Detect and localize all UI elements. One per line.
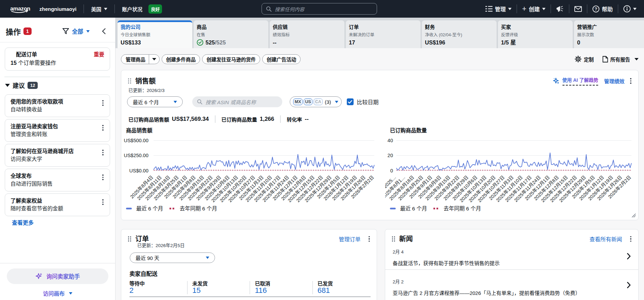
svg-text:?: ? (595, 6, 597, 12)
svg-text:最近 6 个月: 最近 6 个月 (136, 206, 163, 211)
svg-text:已订购商品数量: 已订购商品数量 (390, 127, 427, 133)
svg-text:40: 40 (388, 138, 393, 143)
svg-text:去年同期 6 个月: 去年同期 6 个月 (180, 206, 217, 211)
svg-text:20: 20 (388, 153, 393, 158)
svg-text:US$0.00: US$0.00 (129, 168, 148, 173)
svg-text:去年同期 6 个月: 去年同期 6 个月 (444, 206, 481, 211)
svg-text:US$500.00: US$500.00 (124, 138, 148, 143)
svg-text:最近 6 个月: 最近 6 个月 (400, 206, 427, 211)
svg-text:0: 0 (390, 168, 393, 173)
svg-text:商品销售额: 商品销售额 (126, 127, 153, 133)
svg-text:US$250.00: US$250.00 (124, 153, 148, 158)
